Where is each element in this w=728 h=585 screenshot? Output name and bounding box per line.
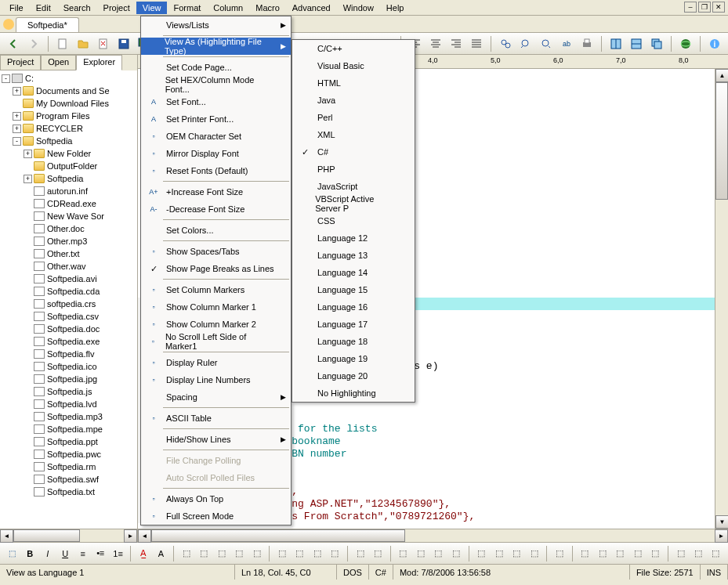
menu-item[interactable]: Spacing▶ — [141, 388, 291, 406]
side-tab-project[interactable]: Project — [0, 55, 41, 70]
menu-item[interactable]: ▫Full Screen Mode — [141, 507, 291, 525]
tool-d[interactable]: ⬚ — [231, 545, 246, 562]
tree-item[interactable]: +Program Files — [2, 110, 136, 122]
submenu-item[interactable]: Language 19 — [292, 350, 415, 367]
tree-item[interactable]: Softpedia.csv — [2, 310, 136, 323]
tool-z[interactable]: ⬚ — [673, 545, 688, 562]
font-btn-1[interactable]: A̲ — [136, 545, 150, 562]
tree-root-label[interactable]: C: — [25, 74, 34, 83]
tree-item[interactable]: Softpedia.exe — [2, 335, 136, 348]
tool-q[interactable]: ⬚ — [491, 545, 506, 562]
find-next-button[interactable] — [538, 35, 555, 52]
tree-item[interactable]: +New Folder — [2, 147, 136, 160]
tool-t[interactable]: ⬚ — [552, 545, 567, 562]
tool-m[interactable]: ⬚ — [413, 545, 428, 562]
minimize-button[interactable]: – — [684, 2, 697, 13]
close-file-button[interactable] — [95, 35, 112, 52]
replace-button[interactable]: ab — [558, 35, 575, 52]
tree-item[interactable]: Softpedia.jpg — [2, 373, 136, 385]
tool-u[interactable]: ⬚ — [578, 545, 592, 562]
menu-file[interactable]: File — [3, 2, 30, 14]
tool-f[interactable]: ⬚ — [274, 545, 289, 562]
print-button[interactable] — [578, 35, 596, 52]
submenu-item[interactable]: VBScript Active Server P — [292, 195, 415, 212]
submenu-item[interactable]: Language 16 — [292, 298, 415, 316]
menu-item[interactable]: ▫No Scroll Left Side of Marker1 — [141, 333, 291, 350]
tool-c[interactable]: ⬚ — [214, 545, 229, 562]
tool-y[interactable]: ⬚ — [647, 545, 662, 562]
tree-item[interactable]: Other.doc — [2, 222, 136, 235]
tree-item[interactable]: +RECYCLER — [2, 122, 136, 135]
tree-item[interactable]: OutputFolder — [2, 160, 136, 172]
submenu-item[interactable]: Language 15 — [292, 281, 415, 298]
window-split-button[interactable] — [607, 35, 625, 52]
tool-w[interactable]: ⬚ — [613, 545, 628, 562]
tree-item[interactable]: Softpedia.js — [2, 385, 136, 398]
menu-item[interactable]: ▫Show Column Marker 2 — [141, 316, 291, 333]
tool-n[interactable]: ⬚ — [431, 545, 446, 562]
menu-item[interactable]: ▫Display Line Numbers — [141, 371, 291, 388]
side-tab-open[interactable]: Open — [41, 55, 76, 70]
tree-item[interactable]: Softpedia.ppt — [2, 435, 136, 448]
number-button[interactable]: 1≡ — [110, 545, 125, 562]
menu-item[interactable]: ▫Show Column Marker 1 — [141, 298, 291, 316]
tree-item[interactable]: -Softpedia — [2, 135, 136, 147]
menu-item[interactable]: ▫Display Ruler — [141, 354, 291, 371]
menu-help[interactable]: Help — [380, 2, 411, 14]
save-button[interactable] — [115, 35, 132, 52]
submenu-item[interactable]: Visual Basic — [292, 57, 415, 74]
align-justify-button[interactable] — [468, 35, 485, 52]
align-center-button[interactable] — [427, 35, 444, 52]
menu-view[interactable]: View — [136, 2, 168, 14]
scroll-right-button[interactable]: ► — [124, 529, 137, 543]
tool-aa[interactable]: ⬚ — [690, 545, 705, 562]
menu-project[interactable]: Project — [97, 2, 136, 14]
side-tab-explorer[interactable]: Explorer — [76, 55, 122, 70]
menu-format[interactable]: Format — [167, 2, 207, 14]
submenu-item[interactable]: No Highlighting — [292, 385, 415, 402]
tree-item[interactable]: +Documents and Se — [2, 85, 136, 97]
scroll-up-button[interactable]: ▲ — [715, 69, 728, 82]
underline-button[interactable]: U — [57, 545, 72, 562]
bold-button[interactable]: B — [22, 545, 37, 562]
document-tab[interactable]: Softpedia* — [16, 17, 79, 32]
tool-k[interactable]: ⬚ — [370, 545, 385, 562]
menu-item[interactable]: A++Increase Font Size — [141, 183, 291, 200]
tree-item[interactable]: Softpedia.swf — [2, 473, 136, 486]
tree-item[interactable]: Softpedia.mp3 — [2, 410, 136, 423]
submenu-item[interactable]: Java — [292, 92, 415, 109]
tool-a[interactable]: ⬚ — [179, 545, 194, 562]
find-button[interactable] — [497, 35, 514, 52]
window-tile-button[interactable] — [628, 35, 645, 52]
tree-item[interactable]: Softpedia.mpe — [2, 423, 136, 435]
tree-item[interactable]: Softpedia.cda — [2, 285, 136, 298]
tool-p[interactable]: ⬚ — [474, 545, 489, 562]
tool-o[interactable]: ⬚ — [448, 545, 463, 562]
menu-column[interactable]: Column — [207, 2, 249, 14]
menu-item[interactable]: Set HEX/Column Mode Font... — [141, 76, 291, 93]
tool-v[interactable]: ⬚ — [595, 545, 610, 562]
font-btn-2[interactable]: A — [154, 545, 168, 562]
tree-expander[interactable]: + — [24, 150, 32, 158]
tree-expander[interactable]: + — [13, 87, 21, 96]
maximize-button[interactable]: ❐ — [698, 2, 711, 13]
tree-expander[interactable]: - — [13, 137, 21, 146]
editor-scrollbar-h[interactable]: ◄ ► — [138, 529, 728, 542]
submenu-item[interactable]: Language 17 — [292, 316, 415, 333]
menu-item[interactable]: ▫Set Column Markers — [141, 281, 291, 298]
menu-item[interactable]: Hide/Show Lines▶ — [141, 431, 291, 448]
align-right-button[interactable] — [447, 35, 465, 52]
tool-r[interactable]: ⬚ — [509, 545, 523, 562]
menu-item[interactable]: ▫Show Spaces/Tabs — [141, 243, 291, 260]
tool-e[interactable]: ⬚ — [249, 545, 264, 562]
editor-scrollbar-v[interactable]: ▲ ▼ — [715, 69, 728, 529]
menu-item[interactable]: ▫Reset Fonts (Default) — [141, 162, 291, 179]
menu-macro[interactable]: Macro — [249, 2, 286, 14]
tree-item[interactable]: New Wave Sor — [2, 210, 136, 222]
tree-expander[interactable]: + — [13, 125, 21, 133]
info-button[interactable]: i — [706, 35, 723, 52]
submenu-item[interactable]: Language 12 — [292, 229, 415, 247]
tree-item[interactable]: Softpedia.lvd — [2, 398, 136, 410]
menu-item[interactable]: ASet Font... — [141, 93, 291, 110]
tool-s[interactable]: ⬚ — [527, 545, 541, 562]
